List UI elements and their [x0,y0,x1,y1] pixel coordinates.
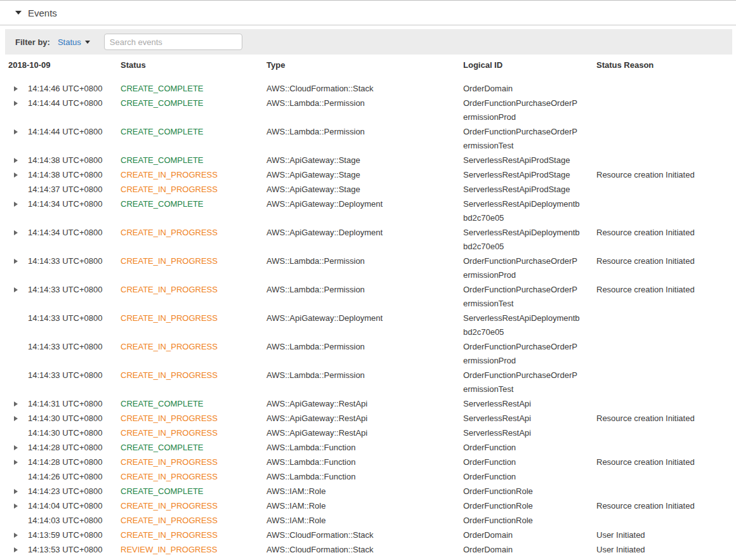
event-status-reason: User Initiated [596,543,736,557]
table-row: 14:14:04 UTC+0800 CREATE_IN_PROGRESS AWS… [0,499,736,513]
event-status-reason: Resource creation Initiated [596,455,736,469]
event-status: CREATE_COMPLETE [121,441,266,455]
event-logical-id: ServerlessRestApi [463,412,596,426]
expander-cell [8,183,28,197]
event-time: 14:14:30 UTC+0800 [28,412,121,426]
event-type: AWS::Lambda::Permission [266,283,463,297]
expand-arrow-icon[interactable] [14,101,18,106]
expand-arrow-icon[interactable] [14,173,18,178]
expand-arrow-icon[interactable] [14,230,18,235]
expand-arrow-icon[interactable] [14,158,18,163]
filter-by-label: Filter by: [15,37,50,47]
event-logical-id: ServerlessRestApiProdStage [463,153,596,167]
expander-cell [8,441,28,455]
expand-arrow-icon[interactable] [14,547,18,552]
event-status: CREATE_IN_PROGRESS [121,426,266,440]
expander-cell [8,96,28,110]
expander-cell [8,470,28,484]
expander-cell [8,226,28,240]
event-status: CREATE_COMPLETE [121,82,266,96]
expand-arrow-icon[interactable] [14,287,18,292]
events-section-header[interactable]: Events [0,1,736,25]
event-status: CREATE_COMPLETE [121,153,266,167]
expander-cell [8,197,28,211]
event-time: 14:14:30 UTC+0800 [28,426,121,440]
expand-arrow-icon[interactable] [14,401,18,407]
event-type: AWS::ApiGateway::Deployment [266,311,463,325]
event-status: CREATE_IN_PROGRESS [121,368,266,382]
status-filter-label: Status [58,37,81,47]
expand-arrow-icon[interactable] [14,504,18,509]
event-status: CREATE_COMPLETE [121,397,266,411]
expand-arrow-icon[interactable] [14,489,18,494]
event-status-reason: User Initiated [596,528,736,542]
event-logical-id: OrderFunctionRole [463,514,596,528]
expander-cell [8,283,28,297]
event-time: 14:14:33 UTC+0800 [28,368,121,382]
expand-arrow-icon[interactable] [14,460,18,465]
expander-cell [8,499,28,513]
event-type: AWS::IAM::Role [266,485,463,498]
table-row: 14:14:33 UTC+0800 CREATE_IN_PROGRESS AWS… [0,283,736,311]
expander-cell [8,397,28,411]
event-status: CREATE_IN_PROGRESS [121,499,266,513]
event-logical-id: ServerlessRestApiDeploymentbbd2c70e05 [463,197,596,225]
event-time: 14:14:23 UTC+0800 [28,485,121,498]
event-logical-id: ServerlessRestApiProdStage [463,183,596,197]
expand-arrow-icon[interactable] [14,86,18,91]
table-row: 14:14:33 UTC+0800 CREATE_IN_PROGRESS AWS… [0,368,736,396]
event-status: CREATE_IN_PROGRESS [121,183,266,197]
table-row: 14:14:23 UTC+0800 CREATE_COMPLETE AWS::I… [0,485,736,498]
table-row: 14:14:34 UTC+0800 CREATE_COMPLETE AWS::A… [0,197,736,225]
event-type: AWS::Lambda::Function [266,470,463,484]
expand-arrow-icon[interactable] [14,259,18,264]
column-header-type: Type [266,58,463,72]
expand-arrow-icon[interactable] [14,129,18,134]
event-type: AWS::IAM::Role [266,514,463,528]
event-status: CREATE_IN_PROGRESS [121,470,266,484]
events-table-header: 2018-10-09 Status Type Logical ID Status… [0,58,736,72]
expand-arrow-icon[interactable] [14,533,18,538]
table-row: 14:14:33 UTC+0800 CREATE_IN_PROGRESS AWS… [0,311,736,339]
search-events-input[interactable] [104,34,242,50]
column-header-status-reason: Status Reason [596,58,736,72]
event-type: AWS::Lambda::Function [266,455,463,469]
event-type: AWS::CloudFormation::Stack [266,543,463,557]
event-status: CREATE_IN_PROGRESS [121,455,266,469]
expander-cell [8,543,28,557]
status-filter-dropdown[interactable]: Status [58,37,90,47]
event-time: 14:14:26 UTC+0800 [28,470,121,484]
event-time: 14:14:33 UTC+0800 [28,311,121,325]
filter-bar: Filter by: Status [5,29,732,55]
table-row: 14:14:30 UTC+0800 CREATE_IN_PROGRESS AWS… [0,412,736,426]
expander-cell [8,82,28,96]
event-status: CREATE_IN_PROGRESS [121,254,266,268]
event-type: AWS::Lambda::Permission [266,96,463,110]
event-type: AWS::ApiGateway::Deployment [266,197,463,211]
event-time: 14:13:59 UTC+0800 [28,528,121,542]
event-status: CREATE_IN_PROGRESS [121,226,266,240]
event-type: AWS::ApiGateway::Stage [266,183,463,197]
event-time: 14:14:44 UTC+0800 [28,96,121,110]
event-time: 14:14:37 UTC+0800 [28,183,121,197]
event-time: 14:14:38 UTC+0800 [28,153,121,167]
expander-cell [8,528,28,542]
expand-arrow-icon[interactable] [14,202,18,207]
event-time: 14:14:28 UTC+0800 [28,455,121,469]
expand-arrow-icon[interactable] [14,416,18,421]
event-type: AWS::ApiGateway::Deployment [266,226,463,240]
event-type: AWS::CloudFormation::Stack [266,82,463,96]
table-row: 14:14:44 UTC+0800 CREATE_COMPLETE AWS::L… [0,125,736,153]
table-row: 14:14:37 UTC+0800 CREATE_IN_PROGRESS AWS… [0,183,736,197]
event-status-reason: Resource creation Initiated [596,254,736,268]
event-status: CREATE_IN_PROGRESS [121,528,266,542]
event-logical-id: OrderDomain [463,543,596,557]
table-row: 14:14:46 UTC+0800 CREATE_COMPLETE AWS::C… [0,82,736,96]
event-time: 14:14:38 UTC+0800 [28,168,121,182]
event-logical-id: OrderFunctionPurchaseOrderPermissionTest [463,283,596,311]
table-row: 14:13:59 UTC+0800 CREATE_IN_PROGRESS AWS… [0,528,736,542]
expander-cell [8,168,28,182]
event-type: AWS::ApiGateway::RestApi [266,397,463,411]
expand-arrow-icon[interactable] [14,445,18,450]
event-logical-id: OrderDomain [463,528,596,542]
